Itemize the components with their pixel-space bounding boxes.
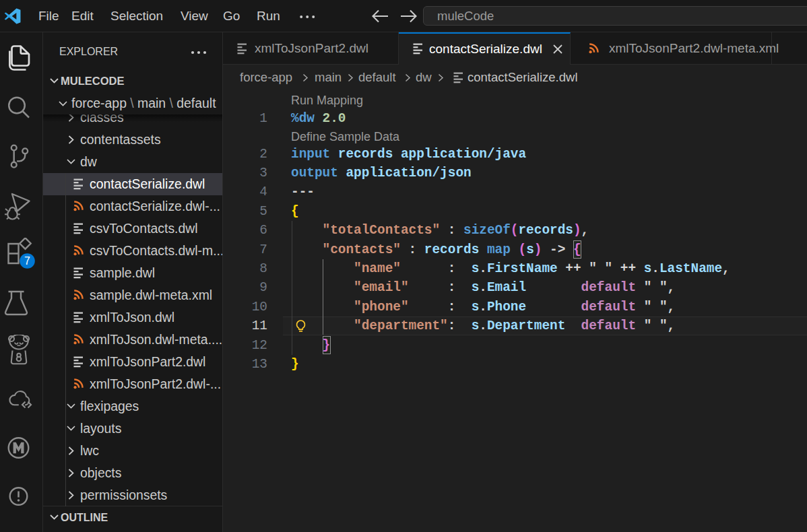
- svg-text:7: 7: [24, 255, 30, 267]
